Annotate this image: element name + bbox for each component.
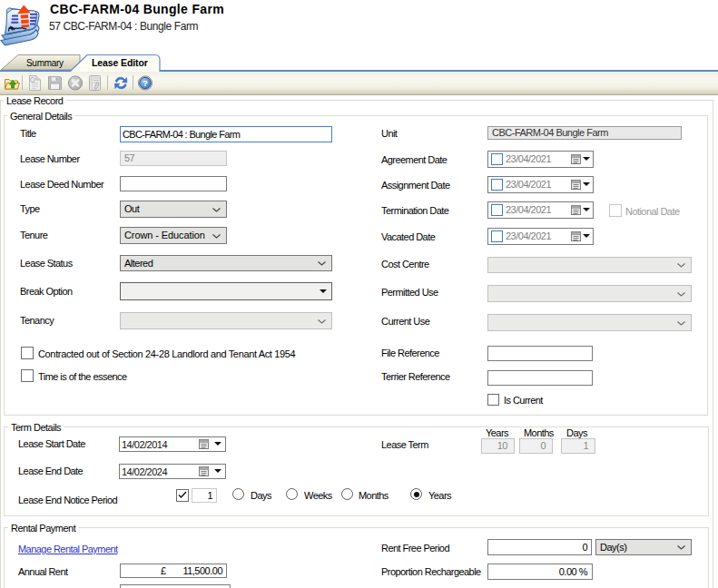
svg-text:?: ? [143, 78, 148, 88]
